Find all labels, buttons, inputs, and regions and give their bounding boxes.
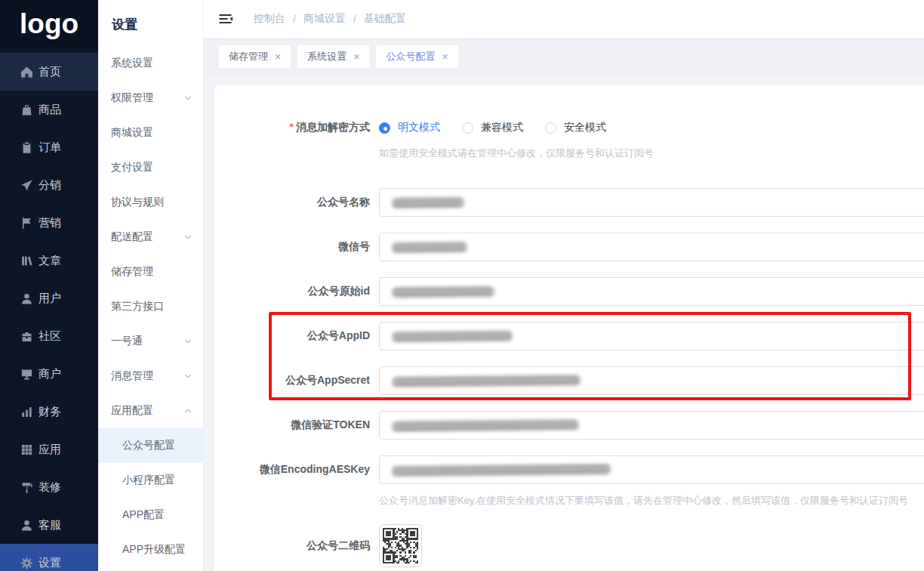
qrcode-pattern	[383, 528, 418, 563]
user-icon	[20, 292, 33, 305]
menu-item-messages[interactable]: 消息管理	[98, 359, 203, 394]
chevron-down-icon	[183, 371, 193, 381]
tab-strip: 储存管理 × 系统设置 × 公众号配置 ×	[204, 38, 924, 76]
breadcrumb-console[interactable]: 控制台	[254, 12, 285, 26]
field-row-wechat-id: 微信号	[214, 233, 924, 261]
tab-official-account-config[interactable]: 公众号配置 ×	[376, 45, 457, 68]
qrcode-row: 公众号二维码	[214, 524, 924, 567]
nav-item-finance[interactable]: 财务	[0, 393, 98, 431]
chevron-down-icon	[183, 336, 193, 347]
field-row-aeskey: 微信EncodingAESKey	[214, 455, 924, 484]
paper-plane-icon	[20, 179, 33, 192]
nav-item-decorate[interactable]: 装修	[0, 468, 98, 506]
submenu-item-app-upgrade-config[interactable]: APP升级配置	[98, 532, 203, 567]
nav-item-service[interactable]: 客服	[0, 506, 98, 544]
menu-item-app-config[interactable]: 应用配置	[98, 394, 203, 428]
close-icon[interactable]: ×	[442, 51, 448, 62]
close-icon[interactable]: ×	[353, 51, 359, 62]
radio-unselected-icon	[462, 122, 473, 134]
radio-unselected-icon	[545, 122, 556, 134]
menu-item-system-settings[interactable]: 系统设置	[98, 46, 203, 81]
nav-item-users[interactable]: 用户	[0, 279, 98, 317]
main-area: 控制台 / 商城设置 / 基础配置 储存管理 × 系统设置 × 公众号配置 × …	[204, 0, 924, 571]
breadcrumb-mall-settings[interactable]: 商城设置	[303, 12, 346, 26]
nav-item-distribution[interactable]: 分销	[0, 166, 98, 204]
nav-item-orders[interactable]: 订单	[0, 128, 98, 166]
account-name-input[interactable]	[379, 188, 924, 217]
menu-item-permissions[interactable]: 权限管理	[98, 81, 203, 116]
encryption-mode-help-text: 如需使用安全模式请在管理中心修改，仅限服务号和认证订阅号	[379, 147, 924, 160]
encryption-mode-radio-group: 明文模式 兼容模式 安全模式	[379, 121, 628, 134]
appid-input[interactable]	[379, 322, 924, 350]
redacted-value	[392, 286, 494, 297]
tab-system-settings[interactable]: 系统设置 ×	[297, 45, 369, 68]
breadcrumb-separator: /	[353, 13, 356, 25]
required-mark: *	[290, 121, 294, 133]
chevron-down-icon	[183, 232, 193, 242]
decorate-roller-icon	[20, 481, 33, 494]
settings-sidebar-title: 设置	[98, 0, 203, 46]
appsecret-input[interactable]	[379, 366, 924, 395]
wechat-id-label: 微信号	[214, 240, 379, 254]
original-id-input[interactable]	[379, 277, 924, 306]
account-name-label: 公众号名称	[214, 196, 379, 209]
menu-item-payment[interactable]: 支付设置	[98, 150, 203, 185]
radio-compatible-mode[interactable]: 兼容模式	[462, 121, 523, 134]
chevron-down-icon	[183, 93, 193, 103]
nav-item-articles[interactable]: 文章	[0, 242, 98, 279]
token-input[interactable]	[379, 411, 924, 440]
menu-item-third-party[interactable]: 第三方接口	[98, 289, 203, 324]
nav-item-marketing[interactable]: 营销	[0, 204, 98, 242]
nav-item-merchants[interactable]: 商户	[0, 355, 98, 393]
nav-item-home[interactable]: 首页	[0, 53, 98, 91]
home-icon	[20, 66, 33, 79]
nav-item-apps[interactable]: 应用	[0, 431, 98, 468]
close-icon[interactable]: ×	[275, 51, 281, 62]
order-clipboard-icon	[20, 141, 33, 154]
breadcrumb-basic-config[interactable]: 基础配置	[364, 12, 406, 26]
menu-item-yihaotong[interactable]: 一号通	[98, 324, 203, 359]
config-form-card: *消息加解密方式 明文模式 兼容模式 安全模式 如需使用安全模式请在管理中心修改…	[214, 85, 924, 571]
menu-fold-icon[interactable]	[219, 13, 233, 25]
field-row-token: 微信验证TOKEN	[214, 411, 924, 440]
field-row-appid: 公众号AppID	[214, 322, 924, 350]
logo: logo	[0, 0, 98, 48]
shopping-bag-icon	[20, 103, 33, 116]
wechat-id-input[interactable]	[379, 233, 924, 261]
redacted-value	[392, 331, 513, 342]
redacted-value	[392, 464, 611, 476]
settings-nav: 系统设置 权限管理 商城设置 支付设置 协议与规则 配送配置 储存管理 第三方接…	[98, 46, 203, 567]
tab-storage[interactable]: 储存管理 ×	[219, 45, 291, 68]
field-row-appsecret: 公众号AppSecret	[214, 366, 924, 395]
redacted-value	[392, 375, 581, 387]
breadcrumb: 控制台 / 商城设置 / 基础配置	[254, 12, 406, 26]
field-row-account-name: 公众号名称	[214, 188, 924, 217]
submenu-item-app-config[interactable]: APP配置	[98, 498, 203, 532]
service-person-icon	[20, 519, 33, 532]
qrcode-label: 公众号二维码	[214, 539, 379, 553]
article-books-icon	[20, 255, 33, 267]
nav-item-community[interactable]: 社区	[0, 317, 98, 355]
original-id-label: 公众号原始id	[214, 285, 379, 298]
nav-item-settings[interactable]: 设置	[0, 544, 98, 571]
qrcode-image[interactable]	[379, 524, 422, 567]
radio-plaintext-mode[interactable]: 明文模式	[379, 121, 440, 134]
topbar: 控制台 / 商城设置 / 基础配置	[204, 0, 924, 38]
submenu-item-official-account-config[interactable]: 公众号配置	[98, 428, 203, 463]
redacted-value	[392, 242, 467, 252]
menu-item-mall-settings[interactable]: 商城设置	[98, 116, 203, 150]
aeskey-input[interactable]	[379, 455, 924, 484]
radio-secure-mode[interactable]: 安全模式	[545, 121, 606, 134]
menu-item-storage[interactable]: 储存管理	[98, 255, 203, 289]
menu-item-delivery[interactable]: 配送配置	[98, 220, 203, 255]
gear-icon	[20, 557, 33, 569]
radio-selected-icon	[379, 122, 390, 134]
menu-item-agreements[interactable]: 协议与规则	[98, 185, 203, 220]
breadcrumb-separator: /	[293, 13, 296, 25]
submenu-item-mini-program-config[interactable]: 小程序配置	[98, 463, 203, 498]
nav-item-goods[interactable]: 商品	[0, 91, 98, 128]
flag-icon	[20, 217, 33, 230]
finance-bar-chart-icon	[20, 406, 33, 418]
settings-sidebar: 设置 系统设置 权限管理 商城设置 支付设置 协议与规则 配送配置 储存管理 第…	[98, 0, 204, 571]
field-row-original-id: 公众号原始id	[214, 277, 924, 306]
